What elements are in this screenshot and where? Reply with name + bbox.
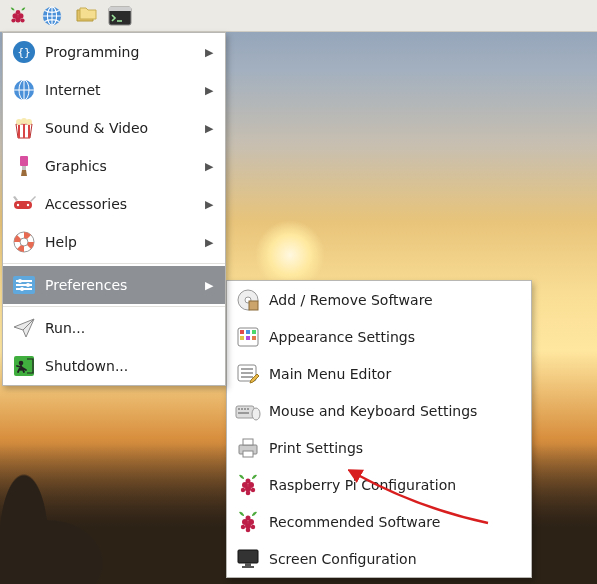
menu-item-internet[interactable]: Internet ▶ (3, 71, 225, 109)
menu-item-run[interactable]: Run... (3, 309, 225, 347)
svg-point-36 (19, 361, 24, 366)
svg-point-19 (21, 118, 27, 124)
menu-item-label: Shutdown... (45, 358, 215, 374)
terminal-launcher[interactable] (106, 3, 134, 29)
svg-point-64 (246, 478, 251, 483)
svg-rect-17 (28, 124, 30, 138)
chevron-right-icon: ▶ (205, 84, 215, 97)
svg-point-67 (246, 490, 251, 495)
menu-item-preferences[interactable]: Preferences ▶ (3, 266, 225, 304)
globe-icon (11, 77, 37, 103)
submenu-item-label: Appearance Settings (269, 329, 521, 345)
svg-rect-59 (243, 439, 253, 445)
web-browser-launcher[interactable] (38, 3, 66, 29)
menu-editor-icon (235, 361, 261, 387)
cd-package-icon (235, 287, 261, 313)
raspberry-icon (235, 472, 261, 498)
svg-rect-54 (244, 408, 246, 410)
raspberry-icon (235, 509, 261, 535)
menu-item-label: Accessories (45, 196, 197, 212)
menu-item-programming[interactable]: {} Programming ▶ (3, 33, 225, 71)
chevron-right-icon: ▶ (205, 160, 215, 173)
popcorn-icon (11, 115, 37, 141)
code-icon: {} (11, 39, 37, 65)
chevron-right-icon: ▶ (205, 236, 215, 249)
application-menu: {} Programming ▶ Internet ▶ Sound & Vide… (2, 32, 226, 386)
svg-rect-23 (14, 201, 32, 209)
svg-rect-41 (240, 330, 244, 334)
submenu-item-main-menu-editor[interactable]: Main Menu Editor (227, 355, 531, 392)
exit-icon (11, 353, 37, 379)
menu-separator (3, 306, 225, 307)
svg-point-65 (241, 487, 245, 491)
submenu-item-mouse-keyboard-settings[interactable]: Mouse and Keyboard Settings (227, 392, 531, 429)
svg-rect-77 (242, 566, 254, 568)
menu-item-shutdown[interactable]: Shutdown... (3, 347, 225, 385)
menu-item-help[interactable]: Help ▶ (3, 223, 225, 261)
printer-icon (235, 435, 261, 461)
chevron-right-icon: ▶ (205, 198, 215, 211)
svg-rect-45 (246, 336, 250, 340)
paintbrush-icon (11, 153, 37, 179)
svg-rect-44 (240, 336, 244, 340)
menu-item-label: Help (45, 234, 197, 250)
svg-point-72 (241, 524, 245, 528)
menu-item-label: Graphics (45, 158, 197, 174)
submenu-item-recommended-software[interactable]: Recommended Software (227, 503, 531, 540)
svg-point-25 (27, 204, 29, 206)
svg-point-73 (251, 524, 255, 528)
submenu-item-screen-configuration[interactable]: Screen Configuration (227, 540, 531, 577)
svg-point-5 (21, 18, 25, 22)
svg-point-57 (252, 408, 260, 420)
menu-item-sound-video[interactable]: Sound & Video ▶ (3, 109, 225, 147)
file-manager-launcher[interactable] (72, 3, 100, 29)
submenu-item-appearance-settings[interactable]: Appearance Settings (227, 318, 531, 355)
svg-point-32 (18, 279, 22, 283)
svg-text:{}: {} (17, 46, 30, 59)
svg-rect-60 (243, 451, 253, 457)
menu-item-graphics[interactable]: Graphics ▶ (3, 147, 225, 185)
menu-item-label: Preferences (45, 277, 197, 293)
globe-icon (41, 5, 63, 27)
svg-point-34 (20, 287, 24, 291)
raspberry-menu-button[interactable] (4, 3, 32, 29)
svg-rect-16 (23, 124, 25, 138)
submenu-item-label: Main Menu Editor (269, 366, 521, 382)
paper-plane-icon (11, 315, 37, 341)
svg-rect-76 (245, 563, 251, 566)
chevron-right-icon: ▶ (205, 46, 215, 59)
svg-point-27 (20, 238, 28, 246)
monitor-icon (235, 546, 261, 572)
submenu-item-print-settings[interactable]: Print Settings (227, 429, 531, 466)
svg-point-3 (16, 10, 21, 15)
terminal-icon (108, 6, 132, 26)
lifebuoy-icon (11, 229, 37, 255)
preferences-submenu: Add / Remove Software Appearance Setting… (226, 280, 532, 578)
menu-item-accessories[interactable]: Accessories ▶ (3, 185, 225, 223)
keyboard-mouse-icon (235, 398, 261, 424)
submenu-item-label: Add / Remove Software (269, 292, 521, 308)
raspberry-icon (7, 5, 29, 27)
swiss-knife-icon (11, 191, 37, 217)
menu-separator (3, 263, 225, 264)
svg-rect-43 (252, 330, 256, 334)
chevron-right-icon: ▶ (205, 279, 215, 292)
submenu-item-label: Raspberry Pi Configuration (269, 477, 521, 493)
menu-item-label: Sound & Video (45, 120, 197, 136)
svg-rect-53 (241, 408, 243, 410)
submenu-item-raspberry-pi-configuration[interactable]: Raspberry Pi Configuration (227, 466, 531, 503)
sliders-icon (11, 272, 37, 298)
svg-rect-9 (109, 7, 131, 11)
menu-item-label: Internet (45, 82, 197, 98)
svg-point-20 (26, 119, 32, 125)
svg-rect-56 (238, 412, 249, 414)
svg-rect-15 (18, 124, 20, 138)
folders-icon (74, 6, 98, 26)
svg-rect-39 (249, 301, 258, 310)
svg-point-4 (11, 18, 15, 22)
svg-rect-21 (20, 156, 28, 166)
svg-rect-52 (238, 408, 240, 410)
svg-rect-55 (247, 408, 249, 410)
submenu-item-add-remove-software[interactable]: Add / Remove Software (227, 281, 531, 318)
svg-rect-75 (238, 550, 258, 563)
